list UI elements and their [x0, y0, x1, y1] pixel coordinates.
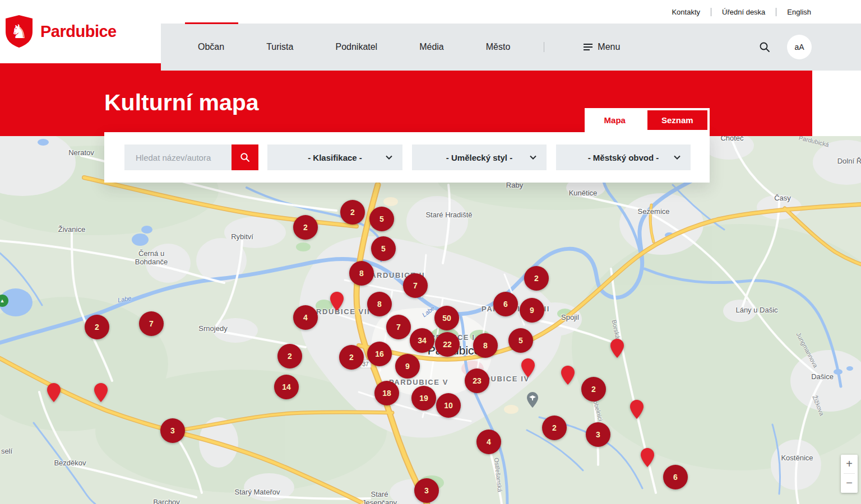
- nav-item-media[interactable]: Média: [419, 42, 444, 52]
- place-label: Živanice: [58, 225, 85, 234]
- cluster-marker[interactable]: 8: [367, 292, 392, 316]
- cluster-marker[interactable]: 2: [524, 266, 549, 291]
- font-size-toggle[interactable]: aA: [787, 35, 812, 59]
- divider: [544, 42, 544, 52]
- cluster-marker[interactable]: 4: [293, 305, 318, 330]
- cluster-marker[interactable]: 5: [508, 328, 533, 353]
- logo-block: ♞ Pardubice: [0, 0, 161, 63]
- dropdown-mestsky-obvod[interactable]: - Městský obvod -: [556, 144, 691, 170]
- page: NeratovŽivaniceRybitvíČerná uBohdančeSrn…: [0, 0, 861, 504]
- cluster-marker[interactable]: 9: [395, 354, 420, 379]
- nav-item-mesto[interactable]: Město: [486, 42, 511, 52]
- place-label: Rybitví: [231, 232, 253, 241]
- search-icon: [240, 152, 250, 162]
- dropdown-umelecky-styl[interactable]: - Umělecký styl -: [412, 144, 547, 170]
- pin-marker[interactable]: [330, 292, 344, 311]
- zoom-in-button[interactable]: +: [841, 455, 858, 473]
- topbar-link-english[interactable]: English: [787, 8, 811, 16]
- pin-marker[interactable]: [94, 383, 108, 402]
- cluster-marker[interactable]: 8: [349, 261, 374, 286]
- search-button[interactable]: [232, 144, 258, 170]
- active-nav-underline: [185, 22, 238, 24]
- pin-marker[interactable]: [521, 358, 535, 377]
- dropdown-value: - Klasifikace -: [308, 153, 362, 162]
- filter-panel: - Klasifikace - - Umělecký styl - - Měst…: [104, 132, 710, 183]
- place-label: Bezděkov: [54, 459, 86, 467]
- place-label: Dolní Ře: [837, 157, 861, 165]
- place-label: Barchov: [153, 498, 180, 504]
- cluster-marker[interactable]: 7: [403, 273, 428, 298]
- street-label: Pardubická: [798, 134, 830, 148]
- cluster-marker[interactable]: 6: [493, 292, 518, 316]
- cluster-marker[interactable]: 3: [586, 422, 610, 447]
- place-label: Neratov: [68, 148, 94, 157]
- cluster-marker[interactable]: 8: [473, 333, 498, 358]
- pin-marker[interactable]: [561, 366, 575, 385]
- view-tabs: Mapa Seznam: [585, 108, 710, 132]
- cluster-marker[interactable]: 3: [414, 478, 439, 503]
- pin-marker[interactable]: [610, 339, 624, 358]
- campground-icon: ▲: [0, 295, 8, 307]
- cluster-marker[interactable]: 18: [374, 381, 399, 405]
- search-input[interactable]: [124, 144, 232, 170]
- corner-spacer: [812, 71, 861, 136]
- place-label: Spojil: [561, 313, 579, 321]
- cluster-marker[interactable]: 2: [581, 377, 606, 402]
- cluster-marker[interactable]: 5: [369, 207, 394, 231]
- pin-marker[interactable]: [641, 448, 654, 467]
- cluster-marker[interactable]: 7: [386, 315, 411, 339]
- cluster-marker[interactable]: 2: [293, 215, 318, 240]
- menu-button[interactable]: Menu: [584, 42, 620, 52]
- place-label: Srnojedy: [198, 324, 227, 333]
- cluster-marker[interactable]: 5: [371, 236, 396, 261]
- cluster-marker[interactable]: 9: [520, 298, 544, 323]
- place-label: Bohdanče: [135, 258, 168, 266]
- place-label: Dašice: [811, 372, 834, 381]
- place-label: Kunětice: [569, 189, 598, 197]
- cluster-marker[interactable]: 2: [339, 345, 364, 370]
- pin-marker[interactable]: [630, 400, 644, 419]
- cluster-marker[interactable]: 14: [274, 375, 299, 399]
- cluster-marker[interactable]: 4: [476, 430, 501, 454]
- topbar-link-kontakty[interactable]: Kontakty: [672, 8, 700, 16]
- nav-item-turista[interactable]: Turista: [266, 42, 293, 52]
- place-label: Sezemice: [637, 207, 669, 216]
- place-label: Staré Hradiště: [425, 211, 472, 219]
- place-label: Lány u Dašic: [735, 306, 777, 314]
- nav-item-obcan[interactable]: Občan: [198, 42, 224, 52]
- street-label: Ostřešanská: [493, 458, 503, 493]
- cluster-marker[interactable]: 22: [435, 332, 460, 357]
- cluster-marker[interactable]: 34: [410, 328, 434, 353]
- svg-text:♞: ♞: [11, 20, 27, 43]
- zoom-out-button[interactable]: −: [841, 474, 858, 492]
- place-label: Časy: [774, 194, 791, 202]
- search-icon[interactable]: [759, 41, 770, 53]
- topbar-link-uredni-deska[interactable]: Úřední deska: [722, 8, 765, 16]
- cluster-marker[interactable]: 19: [411, 386, 436, 410]
- cluster-marker[interactable]: 50: [434, 306, 459, 330]
- page-title: Kulturní mapa: [104, 90, 259, 116]
- cluster-marker[interactable]: 2: [340, 200, 365, 225]
- education-icon: [527, 392, 538, 410]
- chevron-down-icon: [530, 155, 536, 160]
- nav-item-podnikatel[interactable]: Podnikatel: [335, 42, 377, 52]
- cluster-marker[interactable]: 16: [367, 342, 392, 366]
- dropdown-value: - Městský obvod -: [588, 153, 659, 162]
- cluster-marker[interactable]: 2: [277, 344, 302, 368]
- cluster-marker[interactable]: 23: [465, 368, 489, 393]
- cluster-marker[interactable]: 6: [663, 465, 688, 489]
- cluster-marker[interactable]: 7: [139, 311, 164, 336]
- cluster-marker[interactable]: 2: [85, 315, 109, 339]
- menu-label: Menu: [598, 42, 620, 52]
- dropdown-klasifikace[interactable]: - Klasifikace -: [267, 144, 402, 170]
- tab-seznam[interactable]: Seznam: [645, 108, 710, 132]
- site-logo[interactable]: ♞ Pardubice: [4, 15, 117, 48]
- cluster-marker[interactable]: 3: [160, 418, 185, 443]
- pin-marker[interactable]: [47, 383, 61, 402]
- cluster-marker[interactable]: 2: [542, 416, 567, 440]
- street-label: Jungmannova: [795, 332, 819, 369]
- place-label: selí: [1, 447, 12, 455]
- cluster-marker[interactable]: 10: [436, 393, 461, 418]
- tab-mapa[interactable]: Mapa: [585, 108, 645, 132]
- place-label: Starý Mateřov: [235, 488, 280, 496]
